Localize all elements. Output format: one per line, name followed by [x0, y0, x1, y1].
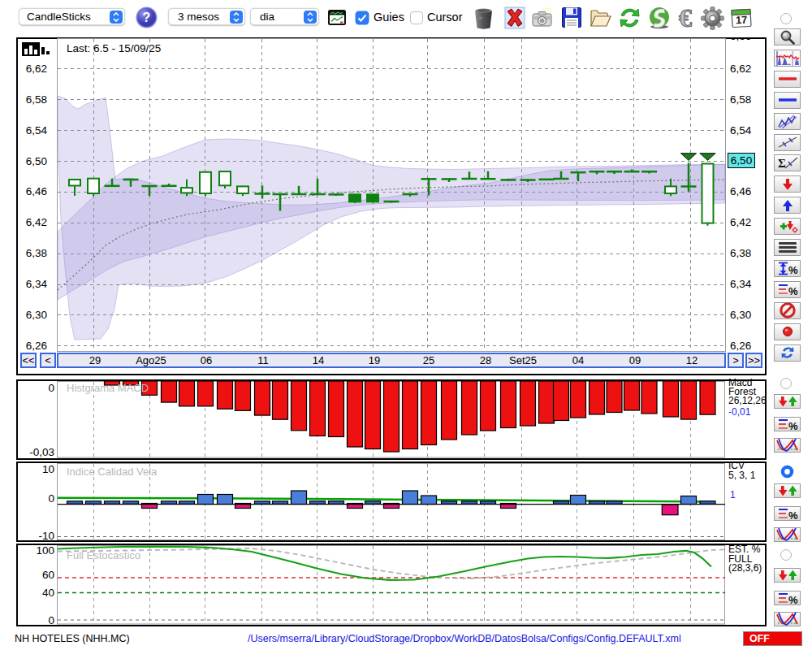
svg-text:%: % [788, 285, 798, 297]
svg-text:%: % [788, 594, 798, 606]
svg-text:%: % [788, 509, 798, 522]
svg-text:%: % [788, 420, 798, 432]
svg-text:Σ: Σ [778, 157, 786, 170]
svg-text:17: 17 [736, 14, 748, 27]
svg-text:%: % [788, 264, 798, 276]
svg-text:€: € [679, 6, 692, 29]
svg-text:?: ? [143, 11, 151, 24]
